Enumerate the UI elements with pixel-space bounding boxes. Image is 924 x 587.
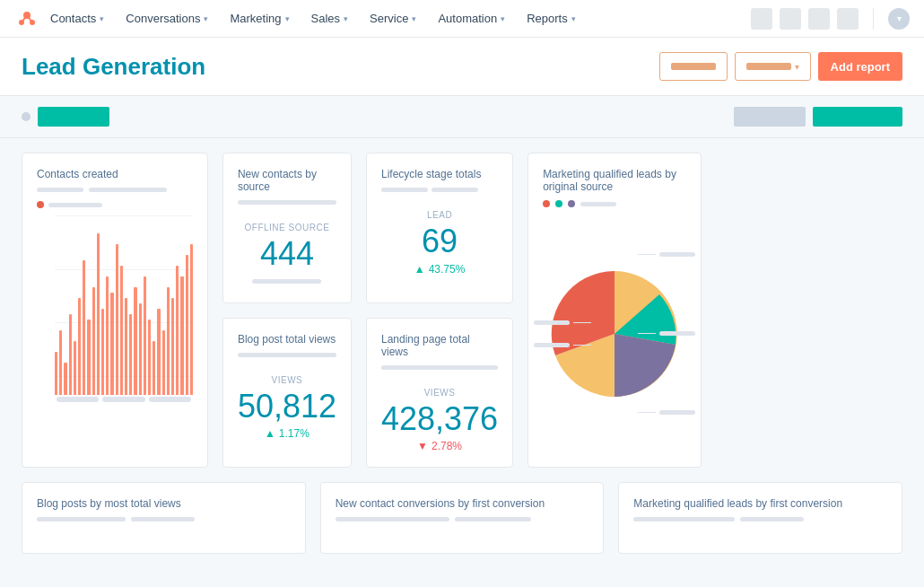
filter-pill-teal-right[interactable] (813, 107, 902, 127)
nav-avatar[interactable]: ▾ (888, 8, 910, 30)
card-contacts-created: Contacts created ​ ​ ​ ​ (22, 153, 208, 468)
header-actions: ▾ Add report (659, 52, 902, 81)
bar-4 (74, 341, 76, 395)
nav-conversations[interactable]: Conversations ▾ (115, 0, 219, 38)
nav-icon-1[interactable] (751, 8, 772, 30)
nav-contacts-label: Contacts (50, 12, 96, 25)
nav-marketing-chevron: ▾ (285, 14, 290, 23)
nav-reports-chevron: ▾ (571, 14, 576, 23)
bar-12 (110, 293, 113, 395)
bar-0 (55, 352, 57, 395)
card-landing-views: Landing page total views VIEWS 428,376 ▼… (366, 318, 513, 469)
bar-6 (83, 260, 85, 395)
pie-legend-item-3 (638, 410, 695, 415)
add-report-button[interactable]: Add report (818, 52, 902, 81)
bar-17 (134, 287, 136, 395)
card-mqlc-title: Marketing qualified leads by first conve… (633, 497, 887, 510)
stat-bv-change: ▲ 1.17% (238, 427, 336, 440)
nav-service-chevron: ▾ (412, 14, 416, 23)
nav-icon-2[interactable] (780, 8, 801, 30)
pie-legend-dot-teal (555, 200, 562, 207)
nav-divider (873, 8, 874, 30)
bar-16 (129, 314, 132, 395)
bar-8 (92, 287, 95, 395)
card-mql-title: Marketing qualified leads by original so… (543, 168, 686, 193)
arrow-down-icon: ▼ (417, 440, 428, 452)
nav-contacts[interactable]: Contacts ▾ (39, 0, 115, 38)
filter-pill-teal[interactable] (38, 107, 109, 127)
nav-conversations-chevron: ▾ (204, 14, 208, 23)
bar-9 (97, 233, 100, 395)
card-new-contacts-source: New contacts by source OFFLINE SOURCE 44… (222, 153, 352, 303)
bar-7 (87, 320, 90, 395)
nav-service[interactable]: Service ▾ (359, 0, 427, 38)
bar-19 (144, 276, 146, 395)
stat-lc-change: ▲ 43.75% (381, 263, 498, 276)
nav-reports[interactable]: Reports ▾ (516, 0, 587, 38)
bar-23 (162, 330, 165, 395)
bar-27 (180, 276, 183, 395)
page-header: Lead Generation ▾ Add report (0, 38, 924, 96)
bar-25 (171, 298, 174, 395)
legend-dot-red (37, 201, 44, 208)
bar-21 (153, 341, 155, 395)
card-lc-title: Lifecycle stage totals (381, 168, 498, 180)
nav-automation[interactable]: Automation ▾ (427, 0, 516, 38)
card-blog-views: Blog post total views VIEWS 50,812 ▲ 1.1… (222, 318, 352, 469)
card-bmv-title: Blog posts by most total views (37, 497, 291, 510)
card-lv-title: Landing page total views (381, 333, 498, 358)
stat-lv-change-value: 2.78% (431, 440, 462, 452)
bar-1 (59, 330, 62, 395)
pie-legend-bar (580, 202, 616, 206)
nav-marketing-label: Marketing (230, 12, 281, 25)
pie-chart-svg (543, 262, 686, 406)
nav-sales-chevron: ▾ (344, 14, 348, 23)
card-new-conversions: New contact conversions by first convers… (320, 482, 605, 554)
card-mql-conversion: Marketing qualified leads by first conve… (618, 482, 902, 554)
card-mql-source: Marketing qualified leads by original so… (527, 153, 702, 468)
bar-5 (78, 298, 81, 395)
filter-left (22, 107, 109, 127)
bottom-row: Blog posts by most total views New conta… (22, 482, 902, 554)
bar-22 (157, 309, 160, 395)
filter-btn-2[interactable]: ▾ (735, 52, 811, 81)
nav-automation-chevron: ▾ (501, 14, 505, 23)
nav-marketing[interactable]: Marketing ▾ (219, 0, 300, 38)
bar-2 (64, 363, 66, 395)
bar-13 (116, 244, 118, 395)
dashboard: Contacts created ​ ​ ​ ​ (0, 138, 924, 568)
stat-lv-subtitle: VIEWS (381, 388, 498, 398)
middle-2x2: New contacts by source OFFLINE SOURCE 44… (222, 153, 513, 468)
card-nc-title: New contact conversions by first convers… (336, 497, 589, 510)
x-label-bar (149, 397, 191, 402)
stat-bv-value: 50,812 (238, 389, 336, 425)
legend-bar (48, 203, 102, 207)
card-bv-title: Blog post total views (238, 333, 336, 346)
bar-26 (176, 266, 179, 395)
nav-icon-3[interactable] (808, 8, 830, 30)
pie-legend-item-1 (638, 252, 695, 257)
nav-sales[interactable]: Sales ▾ (301, 0, 360, 38)
x-label-bar (57, 397, 99, 402)
stat-ncs-subtitle: OFFLINE SOURCE (238, 223, 336, 232)
bar-28 (186, 255, 188, 395)
nav-right: ▾ (751, 8, 910, 30)
bar-29 (190, 244, 193, 395)
filter-btn-1[interactable] (659, 52, 728, 81)
card-lifecycle: Lifecycle stage totals LEAD 69 ▲ 43.75% (366, 153, 513, 303)
stat-bv-change-value: 1.17% (279, 427, 309, 440)
filter-pill-gray[interactable] (734, 107, 806, 127)
pie-legend-dot-red (543, 200, 550, 207)
x-label-bar (102, 397, 144, 402)
hubspot-logo (14, 6, 39, 31)
stat-lv-value: 428,376 (381, 401, 498, 437)
stat-lc-value: 69 (381, 223, 498, 259)
stat-lc-subtitle: LEAD (381, 210, 498, 220)
card-blog-most-views: Blog posts by most total views (22, 482, 306, 554)
filter-right (734, 107, 902, 127)
arrow-up-icon: ▲ (414, 263, 425, 276)
stat-lc-change-value: 43.75% (429, 263, 466, 276)
stat-lv-change: ▼ 2.78% (381, 440, 498, 452)
card-contacts-title: Contacts created (37, 168, 193, 180)
nav-icon-4[interactable] (837, 8, 859, 30)
